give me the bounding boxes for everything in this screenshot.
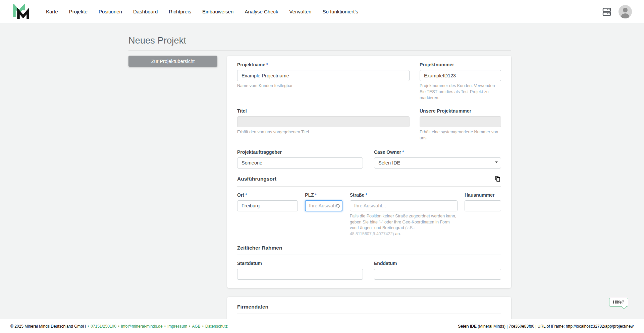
titel-input xyxy=(237,116,410,127)
enddatum-input[interactable] xyxy=(374,269,501,280)
section-firmendaten-title: Firmendaten xyxy=(237,304,268,310)
field-projektnummer: Projektnummer Projektnummer des Kunden. … xyxy=(420,62,501,101)
nav-menu: Karte Projekte Positionen Dashboard Rich… xyxy=(46,9,358,14)
projektname-label: Projektname* xyxy=(237,62,410,67)
field-strasse: Straße* Falls die Position keiner Straße… xyxy=(350,192,458,237)
top-navbar: Karte Projekte Positionen Dashboard Rich… xyxy=(0,0,644,23)
copy-icon[interactable] xyxy=(494,175,501,183)
projektname-input[interactable] xyxy=(237,70,410,81)
field-projektname: Projektname* Name vom Kunden festlegbar xyxy=(237,62,410,101)
help-button[interactable]: Hilfe? xyxy=(609,298,628,307)
projektnummer-hint: Projektnummer des Kunden. Verwenden Sie … xyxy=(420,83,501,101)
required-asterisk: * xyxy=(402,149,404,155)
nav-item-verwalten[interactable]: Verwalten xyxy=(289,9,312,14)
field-titel: Titel Erhält den von uns vorgegebenen Ti… xyxy=(237,108,410,141)
phone-link[interactable]: 07151/250100 xyxy=(91,324,116,329)
session-info: (Mineral Minds) | 7ce360e83fb0 | URL of … xyxy=(477,324,634,329)
project-form-card: Projektname* Name vom Kunden festlegbar … xyxy=(227,56,511,288)
projektname-hint: Name vom Kunden festlegbar xyxy=(237,83,410,89)
projektnummer-label: Projektnummer xyxy=(420,62,501,67)
unsere-projektnummer-input xyxy=(420,116,501,127)
session-user: Selen IDE xyxy=(458,324,477,329)
plz-label: PLZ* xyxy=(305,192,342,198)
required-asterisk: * xyxy=(315,192,317,198)
unsere-projektnummer-hint: Erhält eine systemgenerierte Nummer von … xyxy=(420,129,501,141)
page-title: Neues Projekt xyxy=(128,36,511,46)
required-asterisk: * xyxy=(365,192,367,198)
required-asterisk: * xyxy=(245,192,247,198)
strasse-hint: Falls die Position keiner Straße zugeord… xyxy=(350,213,458,237)
projektnummer-input[interactable] xyxy=(420,70,501,81)
nav-item-so-funktionierts[interactable]: So funktioniert's xyxy=(322,9,358,14)
footer-right: Selen IDE (Mineral Minds) | 7ce360e83fb0… xyxy=(458,324,634,329)
agb-link[interactable]: AGB xyxy=(192,324,200,329)
field-plz: PLZ* xyxy=(305,192,342,237)
nav-item-projekte[interactable]: Projekte xyxy=(69,9,88,14)
footer: © 2025 Mineral Minds Deutschland GmbH • … xyxy=(0,319,644,333)
hausnummer-input[interactable] xyxy=(465,200,501,211)
footer-left: © 2025 Mineral Minds Deutschland GmbH • … xyxy=(10,324,228,329)
server-dns-icon[interactable] xyxy=(602,7,612,17)
unsere-projektnummer-label: Unsere Projektnummer xyxy=(420,108,501,114)
mineral-minds-logo[interactable] xyxy=(12,4,30,20)
hausnummer-label: Hausnummer xyxy=(465,192,501,198)
nav-item-positionen[interactable]: Positionen xyxy=(99,9,122,14)
section-zeitlicher-rahmen-title: Zeitlicher Rahmen xyxy=(237,245,282,251)
navbar-right xyxy=(602,5,632,18)
field-startdatum: Startdatum xyxy=(237,261,363,280)
chevron-down-icon xyxy=(495,161,498,163)
section-zeitlicher-rahmen: Zeitlicher Rahmen xyxy=(237,245,501,251)
email-link[interactable]: info@mineral-minds.de xyxy=(121,324,163,329)
case-owner-label: Case Owner* xyxy=(374,149,501,155)
person-icon xyxy=(619,5,632,18)
section-firmendaten: Firmendaten xyxy=(237,304,501,310)
projektauftraggeber-input[interactable] xyxy=(237,157,363,169)
nav-item-dashboard[interactable]: Dashboard xyxy=(133,9,158,14)
section-ausfuehrungsort: Ausführungsort xyxy=(237,175,501,183)
impressum-link[interactable]: Impressum xyxy=(167,324,187,329)
section-divider xyxy=(237,186,501,187)
nav-item-karte[interactable]: Karte xyxy=(46,9,58,14)
user-avatar[interactable] xyxy=(619,5,632,18)
ort-input[interactable] xyxy=(237,200,298,211)
field-enddatum: Enddatum xyxy=(374,261,501,280)
case-owner-select[interactable]: Selen IDE xyxy=(374,157,501,169)
copyright-text: © 2025 Mineral Minds Deutschland GmbH xyxy=(10,324,86,329)
field-unsere-projektnummer: Unsere Projektnummer Erhält eine systemg… xyxy=(420,108,501,141)
field-case-owner: Case Owner* Selen IDE xyxy=(374,149,501,169)
strasse-label: Straße* xyxy=(350,192,458,198)
field-projektauftraggeber: Projektauftraggeber xyxy=(237,149,363,169)
strasse-input[interactable] xyxy=(350,200,458,211)
enddatum-label: Enddatum xyxy=(374,261,501,266)
main-area: Neues Projekt Zur Projektübersicht Proje… xyxy=(0,23,644,319)
help-button-label: Hilfe? xyxy=(613,299,624,305)
section-ausfuehrungsort-title: Ausführungsort xyxy=(237,176,276,182)
title-divider xyxy=(128,50,511,51)
field-hausnummer: Hausnummer xyxy=(465,192,501,237)
section-divider xyxy=(237,255,501,255)
nav-item-analyse-check[interactable]: Analyse Check xyxy=(245,9,278,14)
datenschutz-link[interactable]: Datenschutz xyxy=(205,324,228,329)
back-to-project-overview-button[interactable]: Zur Projektübersicht xyxy=(128,56,217,67)
nav-item-einbauweisen[interactable]: Einbauweisen xyxy=(202,9,233,14)
ort-label: Ort* xyxy=(237,192,298,198)
firmendaten-card: Firmendaten xyxy=(227,297,511,319)
startdatum-input[interactable] xyxy=(237,269,363,280)
section-divider xyxy=(237,314,501,314)
field-ort: Ort* xyxy=(237,192,298,237)
startdatum-label: Startdatum xyxy=(237,261,363,266)
nav-item-richtpreis[interactable]: Richtpreis xyxy=(169,9,191,14)
titel-label: Titel xyxy=(237,108,410,114)
titel-hint: Erhält den von uns vorgegebenen Titel. xyxy=(237,129,410,135)
required-asterisk: * xyxy=(266,62,268,67)
case-owner-selected-value: Selen IDE xyxy=(374,157,501,169)
projektauftraggeber-label: Projektauftraggeber xyxy=(237,149,363,155)
